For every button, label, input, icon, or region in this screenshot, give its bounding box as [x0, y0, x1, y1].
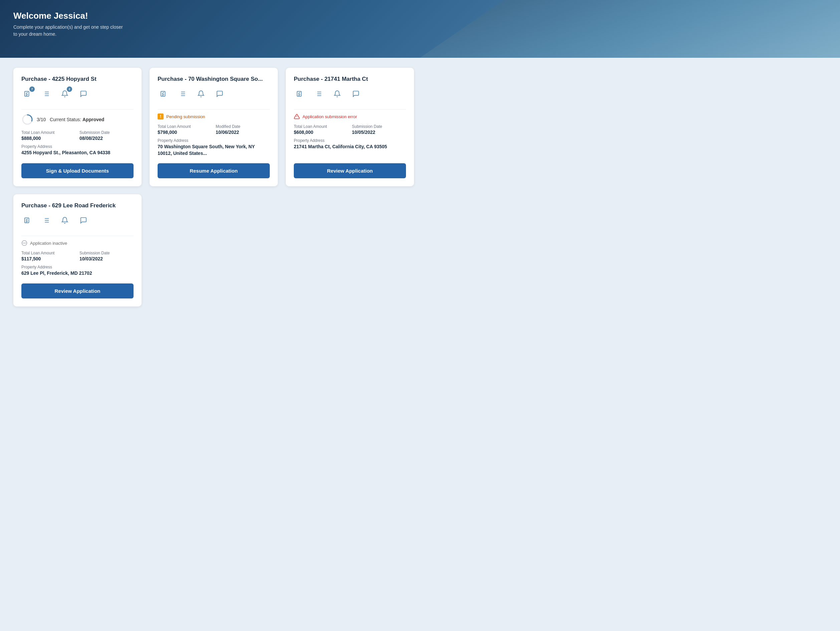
- welcome-heading: Welcome Jessica!: [13, 11, 827, 21]
- loan-amount-value: $798,000: [158, 129, 212, 135]
- checklist-icon[interactable]: [21, 215, 33, 226]
- progress-text: 3/10 Current Status: Approved: [37, 117, 104, 122]
- error-status: Application submission error: [294, 114, 406, 120]
- list-icon[interactable]: [40, 215, 52, 226]
- list-icon[interactable]: [313, 88, 325, 100]
- resume-application-button[interactable]: Resume Application: [158, 163, 270, 178]
- main-content: Purchase - 4225 Hopyard St 7 2: [0, 58, 840, 320]
- inactive-icon: [21, 240, 27, 246]
- cards-grid-top: Purchase - 4225 Hopyard St 7 2: [13, 68, 414, 186]
- error-icon: [294, 114, 300, 120]
- cards-grid-bottom: Purchase - 629 Lee Road Frederick: [13, 194, 414, 306]
- bell-icon[interactable]: [331, 88, 343, 100]
- address-section: Property Address 21741 Martha Ct, Califo…: [294, 138, 406, 150]
- inactive-status: Application inactive: [21, 240, 134, 246]
- card-leeroad-title: Purchase - 629 Lee Road Frederick: [21, 202, 134, 209]
- card-martha-icons: [294, 88, 406, 100]
- card-martha-title: Purchase - 21741 Martha Ct: [294, 76, 406, 82]
- card-washington-icons: [158, 88, 270, 100]
- loan-amount-label: Total Loan Amount: [294, 124, 348, 129]
- review-application-button-leeroad[interactable]: Review Application: [21, 284, 134, 298]
- error-label: Application submission error: [303, 114, 357, 119]
- submission-date-value: 08/08/2022: [79, 136, 134, 141]
- modified-date-value: 10/06/2022: [216, 129, 270, 135]
- card-washington-title: Purchase - 70 Washington Square So...: [158, 76, 270, 82]
- card-martha: Purchase - 21741 Martha Ct: [286, 68, 414, 186]
- bell-icon[interactable]: [195, 88, 207, 100]
- card-leeroad: Purchase - 629 Lee Road Frederick: [13, 194, 142, 306]
- progress-circle: [21, 114, 33, 126]
- address-label: Property Address: [294, 138, 406, 143]
- card-hopyard-icons: 7 2: [21, 88, 134, 100]
- card-hopyard-status: 3/10 Current Status: Approved: [21, 114, 134, 126]
- loan-amount-label: Total Loan Amount: [158, 124, 212, 129]
- list-icon[interactable]: [40, 88, 52, 100]
- bell-badge: 2: [67, 87, 72, 92]
- chat-icon[interactable]: [214, 88, 226, 100]
- welcome-subtitle: Complete your application(s) and get one…: [13, 24, 827, 38]
- sign-upload-button[interactable]: Sign & Upload Documents: [21, 163, 134, 178]
- loan-amount-value: $117,500: [21, 256, 76, 262]
- card-washington: Purchase - 70 Washington Square So... !: [150, 68, 278, 186]
- address-section: Property Address 629 Lee Pl, Frederick, …: [21, 265, 134, 277]
- address-label: Property Address: [21, 265, 134, 270]
- address-value: 629 Lee Pl, Frederick, MD 21702: [21, 270, 134, 277]
- checklist-icon[interactable]: 7: [21, 88, 33, 100]
- chat-icon[interactable]: [77, 88, 90, 100]
- chat-icon[interactable]: [350, 88, 362, 100]
- address-section: Property Address 4255 Hopyard St., Pleas…: [21, 144, 134, 156]
- pending-label: Pending submission: [166, 114, 205, 119]
- checklist-icon[interactable]: [294, 88, 306, 100]
- card-hopyard-title: Purchase - 4225 Hopyard St: [21, 76, 134, 82]
- warning-icon: !: [158, 114, 164, 120]
- review-application-button-martha[interactable]: Review Application: [294, 163, 406, 178]
- bell-icon[interactable]: 2: [59, 88, 71, 100]
- loan-amount-label: Total Loan Amount: [21, 251, 76, 256]
- address-section: Property Address 70 Washington Square So…: [158, 138, 270, 156]
- address-value: 21741 Martha Ct, California City, CA 935…: [294, 144, 406, 150]
- address-label: Property Address: [21, 144, 134, 149]
- loan-amount-value: $608,000: [294, 129, 348, 135]
- loan-info: Total Loan Amount $888,000 Submission Da…: [21, 130, 134, 141]
- loan-info: Total Loan Amount $798,000 Modified Date…: [158, 124, 270, 135]
- chat-icon[interactable]: [77, 215, 90, 226]
- submission-date-label: Submission Date: [79, 251, 134, 256]
- hero-banner: Welcome Jessica! Complete your applicati…: [0, 0, 840, 58]
- submission-date-label: Submission Date: [352, 124, 406, 129]
- submission-date-value: 10/05/2022: [352, 129, 406, 135]
- pending-status: ! Pending submission: [158, 114, 270, 120]
- bell-icon[interactable]: [59, 215, 71, 226]
- submission-date-label: Submission Date: [79, 130, 134, 135]
- modified-date-label: Modified Date: [216, 124, 270, 129]
- address-value: 70 Washington Square South, New York, NY…: [158, 144, 270, 156]
- loan-amount-label: Total Loan Amount: [21, 130, 76, 135]
- card-leeroad-icons: [21, 215, 134, 226]
- address-label: Property Address: [158, 138, 270, 143]
- submission-date-value: 10/03/2022: [79, 256, 134, 262]
- checklist-badge: 7: [29, 87, 35, 92]
- loan-amount-value: $888,000: [21, 136, 76, 141]
- list-icon[interactable]: [176, 88, 188, 100]
- loan-info: Total Loan Amount $608,000 Submission Da…: [294, 124, 406, 135]
- loan-info: Total Loan Amount $117,500 Submission Da…: [21, 251, 134, 262]
- card-hopyard: Purchase - 4225 Hopyard St 7 2: [13, 68, 142, 186]
- inactive-label: Application inactive: [30, 241, 67, 246]
- address-value: 4255 Hopyard St., Pleasanton, CA 94338: [21, 150, 134, 156]
- checklist-icon[interactable]: [158, 88, 170, 100]
